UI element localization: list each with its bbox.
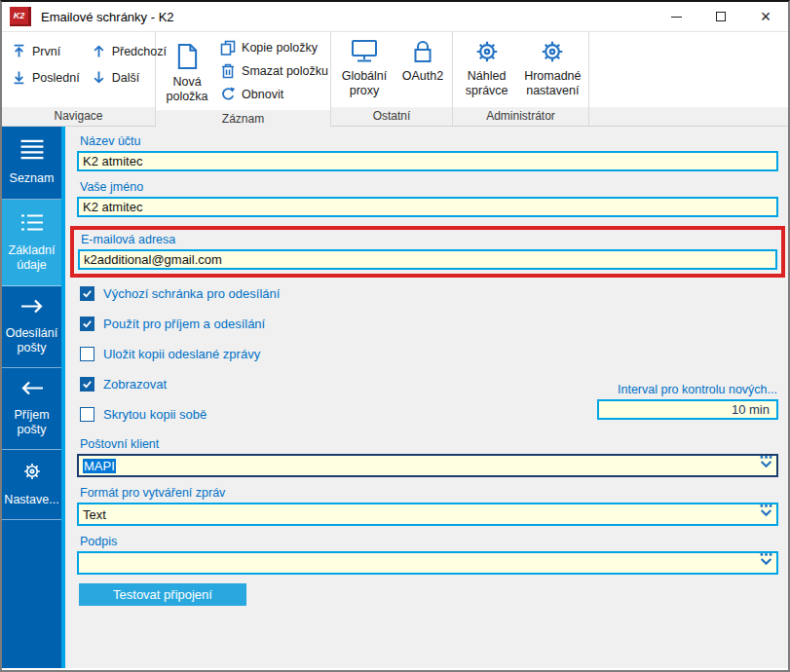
global-proxy-button[interactable]: Globální proxy: [335, 32, 394, 107]
oauth2-button[interactable]: OAuth2: [397, 32, 448, 107]
message-format-group: Formát pro vytváření zpráv Text: [77, 486, 778, 526]
window-controls: ×: [654, 2, 788, 31]
copy-icon: [220, 40, 236, 56]
maximize-icon: [716, 12, 726, 21]
sidebar-item-odesilani-posty[interactable]: Odesílánípošty: [2, 286, 61, 368]
dropdown-icon[interactable]: [759, 552, 773, 570]
oauth2-label: OAuth2: [402, 69, 443, 98]
minimize-icon: [671, 17, 682, 18]
last-icon: [12, 70, 26, 85]
message-format-label: Formát pro vytváření zpráv: [80, 486, 778, 500]
interval-input[interactable]: 10 min: [597, 399, 778, 420]
message-format-combobox[interactable]: Text: [77, 503, 778, 526]
title-bar: K2 Emailové schránky - K2 ×: [2, 2, 788, 31]
group-label-administrator: Administrátor: [453, 107, 588, 126]
list-icon: [19, 213, 45, 232]
app-window: K2 Emailové schránky - K2 × První Předch…: [0, 0, 790, 672]
bulk-settings-label: Hromadné nastavení: [524, 69, 581, 98]
sidebar-item-label: Základníúdaje: [4, 243, 59, 273]
maximize-button[interactable]: [698, 2, 743, 31]
interval-label: Interval pro kontrolu nových...: [597, 383, 777, 396]
gear-icon: [22, 462, 42, 481]
sidebar-item-seznam[interactable]: Seznam: [2, 127, 61, 200]
checkbox-use-send-receive[interactable]: Použít pro příjem a odesílání: [80, 317, 778, 331]
ribbon-group-administrator: Náhled správce Hromadné nastavení Admini…: [453, 32, 589, 126]
interval-group: Interval pro kontrolu nových... 10 min: [597, 383, 778, 420]
group-label-navigace: Navigace: [2, 107, 155, 126]
first-button[interactable]: První: [12, 44, 80, 58]
sidebar-item-zakladni-udaje[interactable]: Základníúdaje: [2, 200, 61, 286]
menu-icon: [19, 139, 46, 160]
checkbox-checked: [80, 377, 94, 392]
sidebar-item-label: Seznam: [4, 171, 59, 186]
email-input[interactable]: k2additional@gmail.com: [78, 249, 777, 270]
refresh-icon: [220, 87, 236, 102]
ribbon: První Předchozí Poslední Další: [2, 31, 788, 127]
last-button[interactable]: Poslední: [12, 70, 80, 85]
new-document-icon: [176, 43, 199, 70]
copy-item-button[interactable]: Kopie položky: [220, 40, 328, 56]
your-name-group: Vaše jméno K2 atmitec: [77, 180, 778, 217]
account-name-input[interactable]: K2 atmitec: [77, 151, 778, 171]
test-connection-button[interactable]: Testovat připojení: [79, 583, 246, 606]
signature-group: Podpis: [77, 535, 778, 575]
sidebar-item-nastaveni[interactable]: Nastave...: [2, 450, 61, 520]
k2-logo-icon: K2: [10, 7, 31, 26]
account-name-group: Název účtu K2 atmitec: [77, 134, 778, 171]
dropdown-icon[interactable]: [759, 455, 773, 472]
ribbon-group-ostatni: Globální proxy OAuth2 Ostatní: [331, 32, 453, 126]
gear-icon: [474, 39, 500, 64]
group-label-ostatni: Ostatní: [331, 107, 452, 126]
admin-preview-label: Náhled správce: [466, 69, 508, 98]
admin-preview-button[interactable]: Náhled správce: [457, 32, 517, 107]
email-group: E-mailová adresa k2additional@gmail.com: [78, 233, 777, 270]
global-proxy-label: Globální proxy: [342, 69, 388, 98]
sidebar-item-label: Nastave...: [4, 493, 59, 507]
refresh-button[interactable]: Obnovit: [220, 87, 328, 102]
sidebar-item-label: Odesílánípošty: [4, 326, 59, 355]
first-icon: [12, 44, 26, 58]
sidebar: Seznam Základníúdaje Odesílánípošty Příj…: [2, 127, 65, 668]
selected-text: MAPI: [83, 459, 116, 473]
new-item-label: Nová položka: [166, 75, 207, 104]
dropdown-icon[interactable]: [759, 504, 773, 521]
ribbon-group-navigace: První Předchozí Poslední Další: [2, 32, 156, 126]
new-item-button[interactable]: Nová položka: [162, 36, 212, 106]
monitor-icon: [350, 39, 379, 64]
ribbon-filler: [589, 32, 788, 126]
checkbox-default-outbox[interactable]: Výchozí schránka pro odesílání: [80, 286, 778, 301]
signature-combobox[interactable]: [77, 551, 778, 575]
checkbox-checked: [80, 317, 94, 331]
mail-client-label: Poštovní klient: [80, 437, 778, 451]
mail-client-combobox[interactable]: MAPI: [77, 454, 778, 477]
arrow-up-icon: [92, 44, 106, 58]
checkbox-unchecked: [80, 347, 94, 361]
checkbox-checked: [80, 286, 94, 301]
arrow-down-icon: [92, 70, 106, 85]
ribbon-group-zaznam: Nová položka Kopie položky Smazat položk…: [156, 32, 331, 126]
checkbox-unchecked: [80, 407, 94, 422]
account-name-label: Název účtu: [80, 134, 778, 148]
arrow-left-icon: [19, 380, 45, 396]
minimize-button[interactable]: [654, 2, 698, 31]
close-button[interactable]: ×: [743, 2, 788, 31]
arrow-right-icon: [19, 298, 45, 315]
checkbox-save-copy[interactable]: Uložit kopii odeslané zprávy: [80, 347, 778, 361]
email-label: E-mailová adresa: [81, 233, 777, 246]
sidebar-item-prijem-posty[interactable]: Příjempošty: [2, 368, 61, 450]
lock-icon: [411, 39, 434, 64]
sidebar-item-label: Příjempošty: [4, 408, 59, 437]
mail-client-group: Poštovní klient MAPI: [77, 437, 778, 477]
bulk-settings-button[interactable]: Hromadné nastavení: [520, 32, 584, 107]
email-highlight-box: E-mailová adresa k2additional@gmail.com: [70, 226, 785, 278]
window-title: Emailové schránky - K2: [41, 10, 174, 24]
delete-item-button[interactable]: Smazat položku: [220, 63, 328, 79]
main-area: Seznam Základníúdaje Odesílánípošty Příj…: [2, 127, 788, 668]
trash-icon: [220, 63, 236, 79]
form-panel: Název účtu K2 atmitec Vaše jméno K2 atmi…: [65, 127, 788, 668]
your-name-input[interactable]: K2 atmitec: [77, 197, 778, 217]
gear-icon: [540, 39, 565, 64]
your-name-label: Vaše jméno: [80, 180, 778, 194]
signature-label: Podpis: [80, 535, 778, 548]
close-icon: ×: [761, 8, 771, 25]
